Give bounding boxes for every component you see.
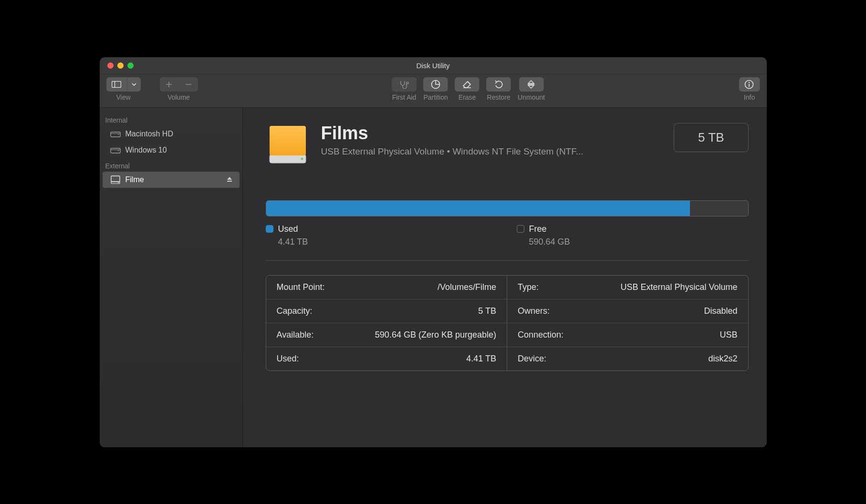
- chevron-down-icon[interactable]: [127, 77, 141, 92]
- view-button[interactable]: [106, 77, 141, 92]
- eject-button[interactable]: [226, 176, 234, 184]
- unmount-button[interactable]: [519, 77, 544, 92]
- sidebar-section-external: External: [100, 158, 242, 172]
- info-value: disk2s2: [708, 354, 737, 364]
- info-key: Device:: [518, 354, 546, 364]
- svg-rect-16: [227, 181, 232, 182]
- toolbar-view-group: View: [106, 77, 141, 101]
- restore-label: Restore: [487, 93, 511, 101]
- info-row: Type:USB External Physical Volume: [507, 276, 748, 299]
- first-aid-button[interactable]: [392, 77, 417, 92]
- info-row: Connection:USB: [507, 323, 748, 347]
- info-button[interactable]: [739, 77, 760, 92]
- toolbar-volume-group: Volume: [160, 77, 198, 101]
- info-row: Mount Point:/Volumes/Filme: [266, 276, 507, 299]
- sidebar-item-label: Filme: [125, 175, 144, 184]
- info-table: Mount Point:/Volumes/FilmeCapacity:5 TBA…: [266, 275, 749, 371]
- sidebar-item-label: Macintosh HD: [125, 130, 173, 138]
- remove-volume-button[interactable]: [179, 77, 198, 92]
- info-key: Connection:: [518, 330, 563, 340]
- info-row: Device:disk2s2: [507, 347, 748, 370]
- info-value: Disabled: [704, 306, 737, 316]
- svg-rect-17: [270, 154, 306, 163]
- info-key: Mount Point:: [277, 282, 325, 292]
- info-value: USB: [720, 330, 737, 340]
- svg-rect-0: [112, 81, 121, 87]
- legend-free-value: 590.64 GB: [529, 237, 749, 247]
- usage-free-segment: [690, 201, 748, 216]
- sidebar-item-filme[interactable]: Filme: [103, 172, 240, 188]
- swatch-used: [266, 225, 273, 233]
- divider: [266, 260, 749, 261]
- info-key: Available:: [277, 330, 314, 340]
- stethoscope-icon: [399, 80, 409, 89]
- plus-icon: [166, 81, 172, 88]
- sidebar-toggle-icon[interactable]: [106, 77, 127, 92]
- svg-point-8: [118, 134, 119, 135]
- window-title: Disk Utility: [100, 62, 767, 70]
- sidebar: Internal Macintosh HD Windows 10 Externa…: [100, 108, 243, 447]
- info-icon: [744, 80, 754, 89]
- erase-label: Erase: [459, 93, 476, 101]
- restore-button[interactable]: [486, 77, 511, 92]
- legend-used-value: 4.41 TB: [278, 237, 498, 247]
- info-value: 4.41 TB: [466, 354, 496, 364]
- toolbar-view-label: View: [116, 93, 130, 101]
- legend-used-label: Used: [278, 224, 298, 234]
- body: Internal Macintosh HD Windows 10 Externa…: [100, 108, 767, 447]
- harddrive-icon: [110, 145, 121, 155]
- info-value: USB External Physical Volume: [620, 282, 737, 292]
- info-value: /Volumes/Filme: [438, 282, 496, 292]
- info-key: Used:: [277, 354, 299, 364]
- titlebar: Disk Utility: [100, 57, 767, 74]
- sidebar-item-macintosh-hd[interactable]: Macintosh HD: [100, 126, 242, 142]
- usage-bar: [266, 200, 749, 216]
- partition-button[interactable]: [423, 77, 448, 92]
- sidebar-item-label: Windows 10: [125, 146, 167, 154]
- info-value: 590.64 GB (Zero KB purgeable): [375, 330, 496, 340]
- main-panel: Films USB External Physical Volume • Win…: [243, 108, 767, 447]
- partition-label: Partition: [423, 93, 448, 101]
- svg-point-18: [301, 157, 303, 160]
- harddrive-icon: [110, 129, 121, 139]
- info-row: Capacity:5 TB: [266, 299, 507, 323]
- volume-icon: [266, 123, 310, 167]
- swatch-free: [517, 225, 524, 233]
- erase-button[interactable]: [455, 77, 480, 92]
- volume-title-block: Films USB External Physical Volume • Win…: [321, 123, 584, 157]
- info-value: 5 TB: [478, 306, 496, 316]
- svg-point-11: [118, 150, 119, 151]
- toolbar-center: First Aid Partition Erase Restore: [392, 77, 545, 101]
- volume-header: Films USB External Physical Volume • Win…: [266, 123, 749, 167]
- toolbar-volume-label: Volume: [167, 93, 190, 101]
- unmount-label: Unmount: [518, 93, 545, 101]
- add-volume-button[interactable]: [160, 77, 179, 92]
- svg-point-2: [407, 82, 408, 84]
- sidebar-section-internal: Internal: [100, 113, 242, 126]
- svg-point-15: [118, 182, 119, 183]
- erase-icon: [462, 80, 472, 89]
- usage-legend: Used 4.41 TB Free 590.64 GB: [266, 224, 749, 247]
- legend-free-label: Free: [529, 224, 547, 234]
- svg-point-6: [749, 82, 750, 82]
- svg-rect-19: [270, 126, 306, 155]
- info-row: Used:4.41 TB: [266, 347, 507, 370]
- info-key: Capacity:: [277, 306, 313, 316]
- sidebar-item-windows-10[interactable]: Windows 10: [100, 142, 242, 158]
- toolbar: View Volume First Aid: [100, 74, 767, 108]
- info-row: Owners:Disabled: [507, 299, 748, 323]
- info-col-left: Mount Point:/Volumes/FilmeCapacity:5 TBA…: [266, 276, 508, 370]
- info-key: Type:: [518, 282, 539, 292]
- capacity-badge: 5 TB: [674, 123, 748, 152]
- info-label: Info: [744, 93, 755, 101]
- first-aid-label: First Aid: [392, 93, 417, 101]
- minus-icon: [185, 81, 192, 88]
- volume-name: Films: [321, 123, 584, 144]
- partition-icon: [431, 80, 440, 89]
- external-drive-icon: [110, 175, 121, 185]
- info-row: Available:590.64 GB (Zero KB purgeable): [266, 323, 507, 347]
- usage-used-segment: [266, 201, 690, 216]
- volume-subtitle: USB External Physical Volume • Windows N…: [321, 146, 584, 157]
- window: Disk Utility View: [99, 57, 767, 448]
- info-col-right: Type:USB External Physical VolumeOwners:…: [507, 276, 748, 370]
